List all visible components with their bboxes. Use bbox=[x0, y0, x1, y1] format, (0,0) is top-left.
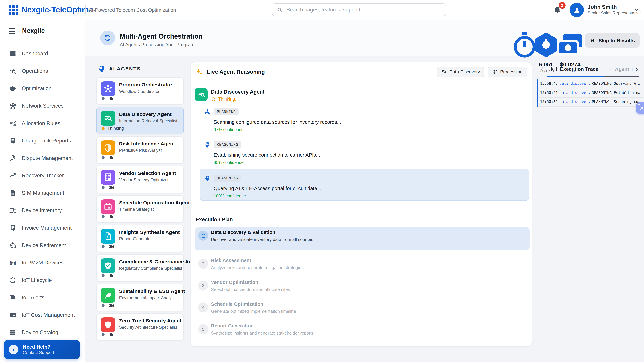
recycle-icon bbox=[9, 242, 16, 249]
status-dot bbox=[102, 274, 105, 277]
block-badge: REASONING bbox=[214, 141, 241, 148]
sidebar-item-label: IoT Lifecycle bbox=[22, 277, 52, 283]
agent-card-risk-intelligence[interactable]: Risk Intelligence Agent Predictive Risk … bbox=[96, 136, 184, 164]
reasoning-agent-status: Thinking... bbox=[211, 96, 239, 102]
trace-row[interactable]: 15:58:35 data-discovery PLANNING Scannin… bbox=[538, 97, 643, 107]
planning-workflow-icon bbox=[204, 109, 210, 115]
receipt-icon bbox=[9, 137, 16, 144]
agent-card-schedule-optimization[interactable]: Schedule Optimization Agent Timeline Str… bbox=[96, 195, 184, 223]
trace-row[interactable]: 15:58:47 data-discovery REASONING Queryi… bbox=[538, 79, 643, 88]
translate-extension-button[interactable]: ≡A bbox=[636, 102, 644, 114]
alert-bell-icon bbox=[9, 294, 16, 301]
block-confidence: 95% confidence bbox=[214, 160, 244, 165]
ai-agents-section-header: AI AGENTS bbox=[98, 65, 141, 72]
reasoning-agent-name: Data Discovery Agent bbox=[211, 89, 264, 95]
chevron-down-icon[interactable] bbox=[634, 8, 639, 12]
need-help-card[interactable]: i Need Help? Contact Support bbox=[4, 340, 80, 359]
dashboard-icon bbox=[9, 50, 16, 57]
sidebar-item-device-inventory[interactable]: Device Inventory bbox=[0, 202, 84, 219]
status-dot bbox=[102, 97, 105, 100]
step-title: Report Generation bbox=[211, 323, 254, 329]
sidebar-item-label: Device Inventory bbox=[22, 207, 62, 214]
skip-to-results-button[interactable]: Skip to Results bbox=[585, 33, 640, 48]
status-text: Idle bbox=[107, 185, 114, 190]
agent-card-data-discovery[interactable]: Data Discovery Agent Information Retriev… bbox=[96, 107, 184, 134]
page-subtitle: AI Agents Processing Your Program... bbox=[120, 42, 198, 47]
agent-card-insights-synthesis[interactable]: Insights Synthesis Agent Report Generato… bbox=[96, 225, 184, 252]
sidebar-item-device-retirement[interactable]: Device Retirement bbox=[0, 237, 84, 254]
plan-step-5[interactable]: 5 Report Generation Synthesize insights … bbox=[195, 321, 530, 341]
block-text: Establishing secure connection to carrie… bbox=[214, 152, 320, 158]
plan-step-1[interactable]: Data Discovery & Validation Discover and… bbox=[195, 227, 530, 250]
trace-action: PLANNING bbox=[592, 99, 610, 104]
step-number: 2 bbox=[198, 259, 208, 269]
agent-card-sustainability-esg[interactable]: Sustainability & ESG Agent Environmental… bbox=[96, 284, 184, 311]
global-search[interactable] bbox=[272, 3, 446, 16]
sidebar-item-label: IoT/M2M Devices bbox=[22, 260, 64, 266]
tab-execution-trace[interactable]: Execution Trace bbox=[551, 66, 598, 72]
reasoning-psychology-icon bbox=[204, 142, 210, 148]
sidebar-item-iot-lifecycle[interactable]: IoT Lifecycle bbox=[0, 272, 84, 289]
sidebar-item-sim-management[interactable]: SIM Management bbox=[0, 184, 84, 202]
agent-card-zero-trust-security[interactable]: Zero-Trust Security Agent Security Archi… bbox=[96, 313, 184, 341]
sidebar-item-recovery-tracker[interactable]: Recovery Tracker bbox=[0, 167, 84, 184]
skip-icon bbox=[590, 38, 595, 43]
brand-divider bbox=[85, 5, 86, 14]
building-icon bbox=[100, 170, 116, 185]
execution-trace-list[interactable]: 15:58:47 data-discovery REASONING Queryi… bbox=[537, 79, 643, 107]
processing-chip[interactable]: Processing bbox=[488, 66, 527, 77]
trace-time: 15:58:47 bbox=[540, 81, 558, 86]
sidebar-item-device-catalog[interactable]: Device Catalog bbox=[0, 324, 84, 341]
sidebar-item-allocation-rules[interactable]: Allocation Rules bbox=[0, 115, 84, 132]
step-title: Schedule Optimization bbox=[211, 301, 264, 307]
trace-message: Querying AT… bbox=[614, 81, 641, 86]
sidebar-item-optimization[interactable]: Optimization bbox=[0, 80, 84, 97]
search-list-icon bbox=[100, 111, 116, 126]
status-dot bbox=[102, 245, 105, 248]
sidebar-item-iot-alerts[interactable]: IoT Alerts bbox=[0, 289, 84, 306]
block-confidence: 97% confidence bbox=[214, 127, 244, 132]
step-title: Vendor Optimization bbox=[211, 280, 258, 285]
robot-icon bbox=[610, 66, 612, 72]
agent-card-program-orchestrator[interactable]: Program Orchestrator Workflow Coordinato… bbox=[96, 77, 184, 105]
data-discovery-chip[interactable]: Data Discovery bbox=[437, 66, 484, 77]
network-hub-icon bbox=[9, 102, 16, 110]
main-area: Multi-Agent Orchestration AI Agents Proc… bbox=[84, 20, 644, 362]
agent-card-compliance-governance[interactable]: Compliance & Governance Agent Regulatory… bbox=[96, 254, 184, 282]
trace-agent: data-discovery bbox=[560, 99, 590, 104]
sidebar-item-iot-m2m-devices[interactable]: ((•)) IoT/M2M Devices bbox=[0, 254, 84, 272]
chevron-right-icon[interactable] bbox=[634, 67, 639, 72]
sidebar-item-operational[interactable]: Operational bbox=[0, 62, 84, 80]
agent-card-vendor-selection[interactable]: Vendor Selection Agent Vendor Strategy O… bbox=[96, 166, 184, 193]
search-list-icon bbox=[441, 69, 446, 74]
chart-search-icon bbox=[9, 67, 16, 75]
tab-agent-team[interactable]: Agent T bbox=[610, 66, 634, 72]
hamburger-menu-icon[interactable] bbox=[9, 28, 16, 33]
status-dot bbox=[102, 304, 105, 307]
ai-agents-title: AI AGENTS bbox=[109, 66, 141, 71]
sidebar-item-iot-cost-management[interactable]: IoT Cost Management bbox=[0, 306, 84, 324]
step-desc: Analyze risks and generate mitigation st… bbox=[211, 265, 304, 270]
brand-name: Nexgile-TeleOptima bbox=[22, 5, 93, 14]
sidebar-item-chargeback-reports[interactable]: Chargeback Reports bbox=[0, 132, 84, 149]
sidebar-header: Nexgile bbox=[0, 20, 84, 43]
sidebar-item-label: Invoice Management bbox=[22, 225, 72, 231]
help-subtitle: Contact Support bbox=[23, 350, 54, 355]
user-icon bbox=[573, 6, 581, 14]
user-role: Senior Sales Representative bbox=[588, 11, 641, 15]
block-badge: REASONING bbox=[214, 175, 241, 182]
calendar-icon bbox=[100, 199, 116, 214]
plan-step-4[interactable]: 4 Schedule Optimization Generate optimiz… bbox=[195, 299, 530, 319]
search-input[interactable] bbox=[286, 6, 441, 13]
sidebar-item-network-services[interactable]: Network Services bbox=[0, 97, 84, 115]
avatar[interactable] bbox=[570, 3, 584, 17]
sidebar-item-dashboard[interactable]: Dashboard bbox=[0, 45, 84, 62]
status-text: Idle bbox=[107, 303, 114, 308]
shield-half-icon bbox=[100, 140, 116, 155]
plan-step-2[interactable]: 2 Risk Assessment Analyze risks and gene… bbox=[195, 255, 530, 276]
sidebar-item-invoice-management[interactable]: Invoice Management bbox=[0, 219, 84, 237]
chevron-left-icon[interactable] bbox=[539, 67, 545, 72]
sidebar-item-dispute-management[interactable]: Dispute Management bbox=[0, 149, 84, 167]
trace-row[interactable]: 15:58:41 data-discovery REASONING Establ… bbox=[538, 88, 643, 97]
plan-step-3[interactable]: 3 Vendor Optimization Select optimal ven… bbox=[195, 277, 530, 297]
